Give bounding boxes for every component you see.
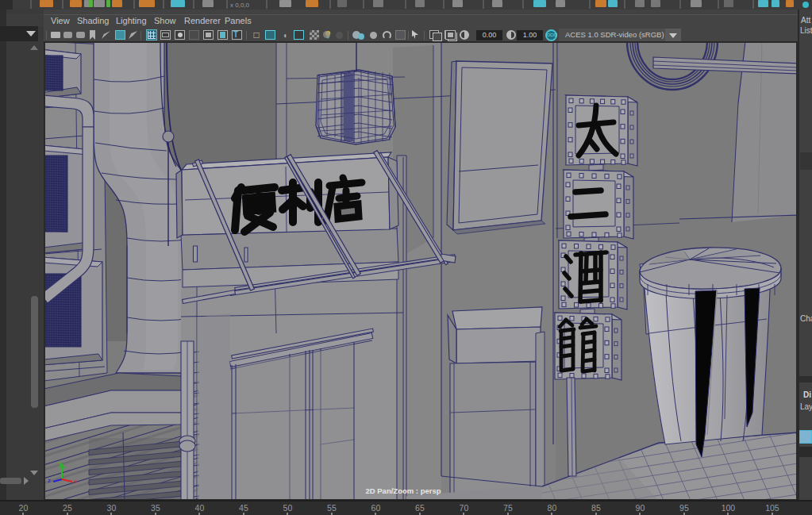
svg-text:y: y (59, 459, 62, 467)
svg-text:2D Pan/Zoom : persp: 2D Pan/Zoom : persp (365, 486, 441, 495)
svg-text:x: x (74, 478, 77, 485)
svg-text:z: z (48, 477, 51, 484)
